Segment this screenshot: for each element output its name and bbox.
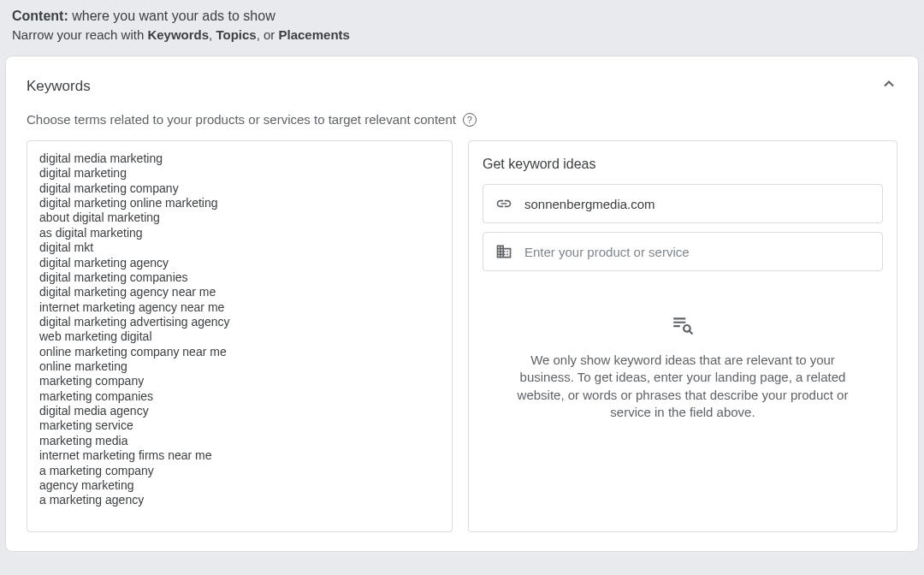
header-title: Content: where you want your ads to show bbox=[12, 9, 912, 24]
content-targeting-header: Content: where you want your ads to show… bbox=[0, 0, 924, 56]
keywords-input-box[interactable]: digital media marketing digital marketin… bbox=[27, 140, 453, 532]
chevron-up-icon[interactable] bbox=[880, 75, 897, 97]
header-title-bold: Content: bbox=[12, 9, 68, 23]
building-icon bbox=[495, 243, 512, 260]
url-input[interactable] bbox=[524, 197, 870, 211]
section-header[interactable]: Keywords bbox=[27, 75, 897, 97]
header-subtitle: Narrow your reach with Keywords, Topics,… bbox=[12, 27, 912, 42]
link-icon bbox=[495, 195, 512, 212]
keywords-textarea[interactable]: digital media marketing digital marketin… bbox=[39, 151, 440, 521]
search-ideas-icon bbox=[513, 314, 852, 336]
empty-state-text: We only show keyword ideas that are rele… bbox=[513, 352, 852, 421]
section-title: Keywords bbox=[27, 78, 91, 95]
keyword-ideas-panel: Get keyword ideas We only show keyword i… bbox=[468, 140, 897, 532]
ideas-title: Get keyword ideas bbox=[483, 157, 883, 172]
product-input-wrap[interactable] bbox=[483, 232, 883, 271]
header-title-text: where you want your ads to show bbox=[72, 9, 275, 23]
ideas-empty-state: We only show keyword ideas that are rele… bbox=[483, 314, 883, 421]
product-input[interactable] bbox=[524, 245, 870, 259]
help-icon[interactable]: ? bbox=[463, 113, 477, 127]
keywords-card: Keywords Choose terms related to your pr… bbox=[5, 56, 919, 552]
url-input-wrap[interactable] bbox=[483, 184, 883, 223]
section-description: Choose terms related to your products or… bbox=[27, 112, 897, 127]
